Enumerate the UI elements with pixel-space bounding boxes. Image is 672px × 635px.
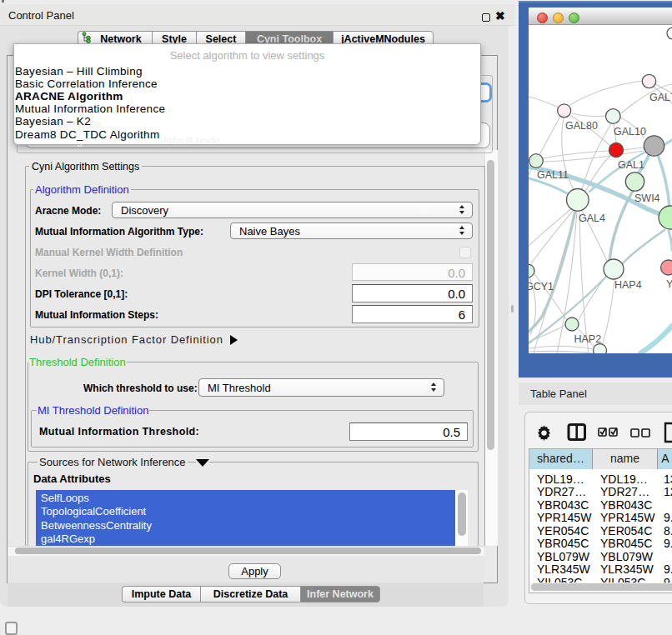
svg-text:HAP4: HAP4: [614, 279, 642, 291]
svg-text:GCY1: GCY1: [529, 281, 554, 292]
svg-text:HAP2: HAP2: [574, 333, 602, 345]
svg-text:GAL4: GAL4: [579, 212, 605, 224]
svg-text:GAL80: GAL80: [565, 120, 598, 132]
svg-text:GAL10: GAL10: [614, 126, 646, 138]
svg-text:GAL7: GAL7: [649, 92, 672, 103]
svg-text:YJ: YJ: [666, 278, 672, 290]
svg-text:GAL11: GAL11: [537, 169, 569, 181]
svg-text:GAL1: GAL1: [618, 159, 644, 171]
svg-text:SWI4: SWI4: [634, 192, 660, 204]
